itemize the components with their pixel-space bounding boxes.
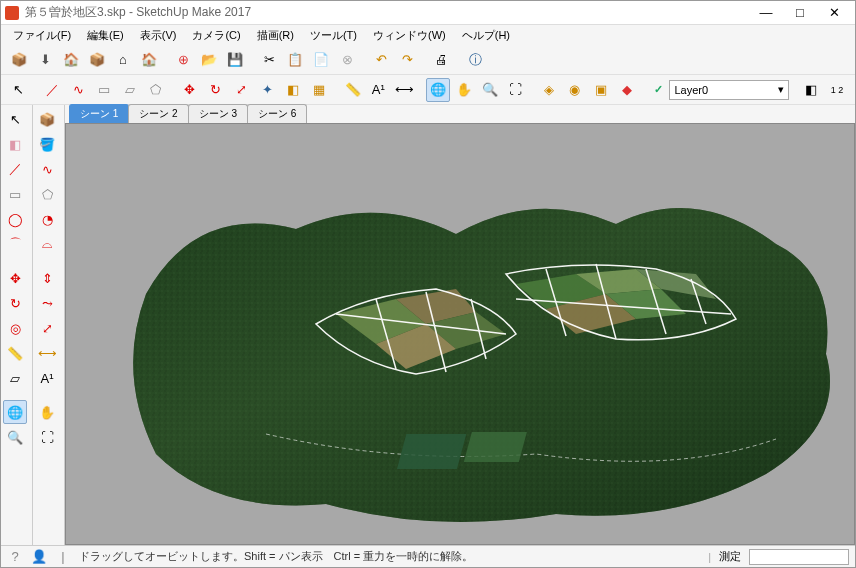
freehand-icon[interactable]: ∿	[67, 78, 91, 102]
user-icon[interactable]: 👤	[31, 549, 47, 565]
lt2-poly-icon[interactable]: ⬠	[35, 182, 59, 206]
lt2-zoomext-icon[interactable]: ⛶	[35, 425, 59, 449]
viewport-3d[interactable]	[65, 123, 855, 545]
title-bar: 第５曽於地区3.skp - SketchUp Make 2017 — □ ✕	[1, 1, 855, 25]
undo-icon[interactable]: ↶	[369, 48, 393, 72]
measure-input[interactable]	[749, 549, 849, 565]
box-icon[interactable]: 📦	[85, 48, 109, 72]
dim-icon[interactable]: ⟷	[392, 78, 416, 102]
menu-file[interactable]: ファイル(F)	[5, 26, 79, 45]
minimize-button[interactable]: —	[749, 2, 783, 24]
rotate-icon[interactable]: ↻	[204, 78, 228, 102]
lt2-scale-icon[interactable]: ⤢	[35, 316, 59, 340]
lt2-component-icon[interactable]: 📦	[35, 107, 59, 131]
paste-icon[interactable]: 📄	[309, 48, 333, 72]
house-icon[interactable]: 🏠	[59, 48, 83, 72]
scale-icon[interactable]: ⤢	[229, 78, 253, 102]
window-title: 第５曽於地区3.skp - SketchUp Make 2017	[25, 4, 749, 21]
menu-tool[interactable]: ツール(T)	[302, 26, 365, 45]
lt-eraser-icon[interactable]: ◧	[3, 132, 27, 156]
cut-icon[interactable]: ✂	[257, 48, 281, 72]
lt2-pie-icon[interactable]: ◔	[35, 207, 59, 231]
line-icon[interactable]: ／	[41, 78, 65, 102]
scene-tab-3[interactable]: シーン 3	[188, 104, 248, 123]
zoom-extents-icon[interactable]: ⛶	[503, 78, 527, 102]
layer-current: Layer0	[674, 84, 708, 96]
toolbar-row-2: ↖ ／ ∿ ▭ ▱ ⬠ ✥ ↻ ⤢ ✦ ◧ ▦ 📏 A¹ ⟷ 🌐 ✋ 🔍 ⛶ ◈…	[1, 75, 855, 105]
move-icon[interactable]: ✥	[178, 78, 202, 102]
zoom-icon[interactable]: 🔍	[478, 78, 502, 102]
lt-tape-icon[interactable]: 📏	[3, 341, 27, 365]
poly-icon[interactable]: ⬠	[144, 78, 168, 102]
ext2-icon[interactable]: ◉	[563, 78, 587, 102]
open-icon[interactable]: 📂	[197, 48, 221, 72]
lt-select-icon[interactable]: ↖	[3, 107, 27, 131]
scene-tab-1[interactable]: シーン 1	[69, 104, 129, 123]
house2-icon[interactable]: ⌂	[111, 48, 135, 72]
lt2-pushpull-icon[interactable]: ⇕	[35, 266, 59, 290]
group-icon[interactable]: ▦	[307, 78, 331, 102]
lt-rotate-icon[interactable]: ↻	[3, 291, 27, 315]
lt-offset-icon[interactable]: ◎	[3, 316, 27, 340]
svg-rect-14	[464, 432, 527, 462]
menu-camera[interactable]: カメラ(C)	[184, 26, 248, 45]
lt-orbit-icon[interactable]: 🌐	[3, 400, 27, 424]
lt-circle-icon[interactable]: ◯	[3, 207, 27, 231]
model-info-icon[interactable]: ⓘ	[463, 48, 487, 72]
delete-icon[interactable]: ⊗	[335, 48, 359, 72]
lt-zoom-icon[interactable]: 🔍	[3, 425, 27, 449]
menu-help[interactable]: ヘルプ(H)	[454, 26, 518, 45]
orbit-icon[interactable]: 🌐	[426, 78, 450, 102]
lt2-curve-icon[interactable]: ⌓	[35, 232, 59, 256]
eraser-layer-icon[interactable]: ◧	[799, 78, 823, 102]
rect-icon[interactable]: ▭	[92, 78, 116, 102]
chevron-down-icon: ▾	[778, 83, 784, 96]
house3-icon[interactable]: 🏠	[137, 48, 161, 72]
status-hint: ドラッグしてオービットします。Shift = パン表示 Ctrl = 重力を一時…	[79, 549, 700, 564]
lt-arc-icon[interactable]: ⌒	[3, 232, 27, 256]
lt2-label-icon[interactable]: A¹	[35, 366, 59, 390]
lt-move-icon[interactable]: ✥	[3, 266, 27, 290]
measure-label: 測定	[719, 549, 741, 564]
menu-draw[interactable]: 描画(R)	[249, 26, 302, 45]
pan-icon[interactable]: ✋	[452, 78, 476, 102]
print-icon[interactable]: 🖨	[429, 48, 453, 72]
warehouse-icon[interactable]: 📦	[7, 48, 31, 72]
axis-icon[interactable]: ✦	[255, 78, 279, 102]
tape-icon[interactable]: 📏	[341, 78, 365, 102]
menu-edit[interactable]: 編集(E)	[79, 26, 132, 45]
scene-tabs: シーン 1 シーン 2 シーン 3 シーン 6	[65, 105, 855, 123]
rect2-icon[interactable]: ▱	[118, 78, 142, 102]
lt2-followme-icon[interactable]: ⤳	[35, 291, 59, 315]
save-icon[interactable]: 💾	[223, 48, 247, 72]
scene-tab-6[interactable]: シーン 6	[247, 104, 307, 123]
sep-icon: |	[55, 549, 71, 565]
lt-line-icon[interactable]: ／	[3, 157, 27, 181]
ext1-icon[interactable]: ◈	[537, 78, 561, 102]
ext3-icon[interactable]: ▣	[589, 78, 613, 102]
scene-tab-2[interactable]: シーン 2	[128, 104, 188, 123]
lt2-paint-icon[interactable]: 🪣	[35, 132, 59, 156]
select-icon[interactable]: ↖	[7, 78, 31, 102]
copy-icon[interactable]: 📋	[283, 48, 307, 72]
new-icon[interactable]: ⊕	[171, 48, 195, 72]
lt2-dim-icon[interactable]: ⟷	[35, 341, 59, 365]
close-button[interactable]: ✕	[817, 2, 851, 24]
toolbar-row-1: 📦 ⬇ 🏠 📦 ⌂ 🏠 ⊕ 📂 💾 ✂ 📋 📄 ⊗ ↶ ↷ 🖨 ⓘ	[1, 45, 855, 75]
maximize-button[interactable]: □	[783, 2, 817, 24]
lt2-pan-icon[interactable]: ✋	[35, 400, 59, 424]
menu-view[interactable]: 表示(V)	[132, 26, 185, 45]
menu-window[interactable]: ウィンドウ(W)	[365, 26, 454, 45]
import-icon[interactable]: ⬇	[33, 48, 57, 72]
ext4-icon[interactable]: ◆	[615, 78, 639, 102]
text-icon[interactable]: A¹	[366, 78, 390, 102]
lt-text-icon[interactable]: ▱	[3, 366, 27, 390]
lt2-freehand-icon[interactable]: ∿	[35, 157, 59, 181]
window-controls: — □ ✕	[749, 2, 851, 24]
page1-icon[interactable]: 1 2	[825, 78, 849, 102]
lt-rect-icon[interactable]: ▭	[3, 182, 27, 206]
help-icon[interactable]: ?	[7, 549, 23, 565]
layer-dropdown[interactable]: Layer0 ▾	[669, 80, 789, 100]
component-icon[interactable]: ◧	[281, 78, 305, 102]
redo-icon[interactable]: ↷	[395, 48, 419, 72]
